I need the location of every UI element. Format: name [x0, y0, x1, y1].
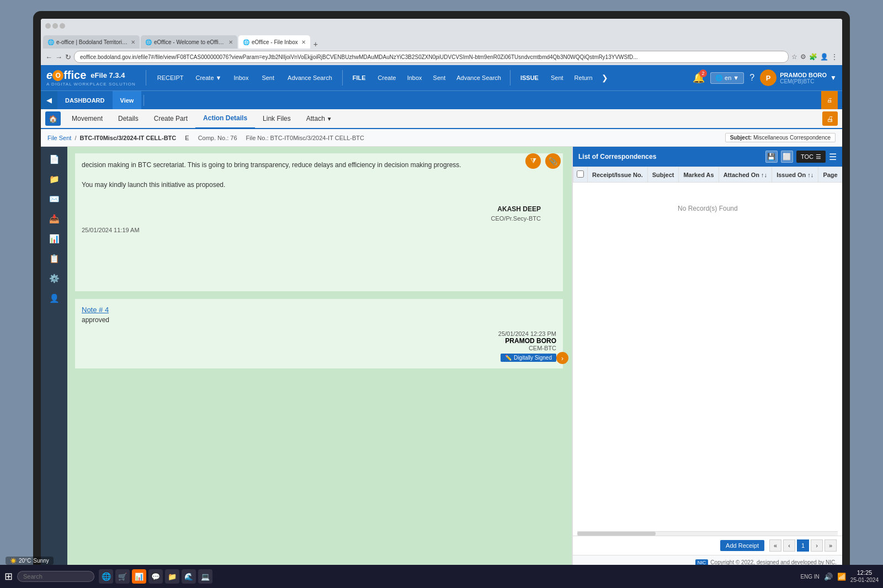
- tab-favicon-3: 🌐: [243, 39, 249, 45]
- forward-button[interactable]: →: [55, 53, 62, 61]
- movement-tab[interactable]: Movement: [64, 109, 110, 129]
- panel-header: List of Correspondences 💾 ⬜ TOC ☰ ☰: [573, 147, 842, 167]
- scroll-track[interactable]: [577, 531, 838, 536]
- action-details-tab[interactable]: Action Details: [195, 109, 255, 129]
- new-tab-button[interactable]: +: [311, 40, 320, 49]
- col-subject: Subject: [647, 167, 679, 183]
- taskbar-app-vscode[interactable]: 💻: [198, 569, 212, 584]
- tab-close-3[interactable]: ✕: [301, 39, 306, 45]
- print-btn-top[interactable]: 🖨: [821, 91, 838, 110]
- current-page-btn[interactable]: 1: [797, 539, 809, 552]
- tab-close-2[interactable]: ✕: [228, 39, 233, 45]
- note3-date: 25/01/2024 11:19 AM: [82, 226, 541, 235]
- refresh-button[interactable]: ↻: [65, 53, 71, 61]
- sent2-btn[interactable]: Sent: [429, 72, 450, 83]
- sidebar-icon-inbox[interactable]: 📥: [44, 210, 65, 228]
- taskbar-app-files[interactable]: 📁: [165, 569, 179, 584]
- sidebar-icon-chart[interactable]: 📊: [44, 229, 65, 248]
- weather-temp: 20°C: [19, 558, 31, 564]
- sent3-btn[interactable]: Sent: [546, 72, 568, 83]
- dashboard-btn[interactable]: DASHBOARD: [57, 91, 113, 110]
- bookmark-icon[interactable]: ☆: [791, 53, 797, 61]
- sidebar-icon-file[interactable]: 📄: [44, 150, 65, 169]
- taskbar-time: 12:25: [850, 569, 879, 576]
- note4-role: CEM-BTC: [498, 345, 556, 351]
- create-dropdown-btn[interactable]: Create ▼: [192, 72, 226, 83]
- profile-icon[interactable]: 👤: [820, 53, 828, 61]
- advance-search-receipt-btn[interactable]: Advance Search: [282, 72, 338, 83]
- sidebar-icon-folder[interactable]: 📁: [44, 170, 65, 189]
- taskbar-apps: 🌐 🛒 📊 💬 📁 🌊 💻: [99, 569, 212, 584]
- address-bar[interactable]: [74, 51, 789, 63]
- browser-tab-1[interactable]: 🌐 e-office | Bodoland Territorial... ✕: [43, 35, 140, 49]
- notification-bell[interactable]: 🔔 2: [693, 72, 705, 84]
- taskbar-search[interactable]: [17, 571, 94, 582]
- breadcrumb-link[interactable]: File Sent: [47, 135, 71, 141]
- print-action-btn[interactable]: 🖨: [822, 111, 838, 126]
- attach-tab[interactable]: Attach ▼: [299, 109, 340, 129]
- nav-arrow-right[interactable]: ❯: [599, 73, 610, 82]
- taskbar-app-store[interactable]: 🛒: [115, 569, 130, 584]
- sent-btn[interactable]: Sent: [256, 72, 280, 83]
- advance-search2-btn[interactable]: Advance Search: [452, 72, 506, 83]
- panel-save-btn[interactable]: 💾: [765, 151, 778, 163]
- create-part-tab[interactable]: Create Part: [146, 109, 195, 129]
- user-profile[interactable]: P PRAMOD BORO CEM(PB)BTC ▼: [760, 70, 837, 86]
- toc-btn[interactable]: TOC ☰: [796, 151, 826, 163]
- browser-tab-2[interactable]: 🌐 eOffice - Welcome to eOffice... ✕: [141, 35, 237, 49]
- note4-section: Note # 4 approved 25/01/2024 12:23 PM PR…: [75, 299, 563, 368]
- bookmark-doc-btn[interactable]: 📎: [545, 153, 561, 169]
- filter-btn[interactable]: ⧩: [525, 153, 541, 169]
- view-btn[interactable]: View: [113, 91, 142, 110]
- sidebar-icon-user[interactable]: 👤: [44, 289, 65, 308]
- tab-close-1[interactable]: ✕: [131, 39, 135, 45]
- next-page-btn[interactable]: ›: [811, 539, 823, 552]
- extensions-icon[interactable]: 🧩: [809, 53, 817, 61]
- last-page-btn[interactable]: »: [825, 539, 837, 552]
- inbox2-btn[interactable]: Inbox: [403, 72, 427, 83]
- browser-tab-3[interactable]: 🌐 eOffice - File Inbox ✕: [238, 35, 310, 49]
- receipt-btn[interactable]: RECEIPT: [152, 72, 189, 83]
- taskbar-app-edge[interactable]: 🌊: [182, 569, 196, 584]
- first-page-btn[interactable]: «: [769, 539, 781, 552]
- nav-toggle-left[interactable]: ◀: [41, 91, 57, 110]
- second-nav: ◀ DASHBOARD View 🖨: [41, 90, 842, 109]
- nav-divider-3: [510, 70, 510, 85]
- sidebar-icon-list[interactable]: 📋: [44, 249, 65, 268]
- top-nav: e O ffice eFile 7.3.4 A DIGITAL WORKPLAC…: [41, 65, 842, 90]
- no-records-cell: No Record(s) Found: [573, 183, 843, 235]
- start-button[interactable]: ⊞: [4, 570, 13, 582]
- prev-page-btn[interactable]: ‹: [783, 539, 795, 552]
- add-receipt-btn[interactable]: Add Receipt: [720, 540, 764, 551]
- details-tab[interactable]: Details: [110, 109, 146, 129]
- link-files-tab[interactable]: Link Files: [255, 109, 299, 129]
- inbox-btn[interactable]: Inbox: [228, 72, 254, 83]
- logo-ffice: ffice: [63, 69, 86, 82]
- issue-btn[interactable]: ISSUE: [515, 72, 544, 83]
- settings-icon[interactable]: ⚙: [800, 53, 806, 61]
- menu-icon[interactable]: ⋮: [831, 53, 838, 61]
- action-tabs-row: 🏠 Movement Details Create Part Action De…: [41, 109, 842, 129]
- sidebar-icon-mail[interactable]: ✉️: [44, 190, 65, 209]
- taskbar-app-browser[interactable]: 🌐: [99, 569, 113, 584]
- sidebar-icon-settings[interactable]: ⚙️: [44, 269, 65, 288]
- note4-title[interactable]: Note # 4: [82, 306, 556, 314]
- home-tab-btn[interactable]: 🏠: [45, 111, 61, 126]
- scroll-thumb: [577, 532, 656, 536]
- taskbar-app-teams[interactable]: 💬: [148, 569, 163, 584]
- back-button[interactable]: ←: [45, 53, 52, 61]
- return-btn[interactable]: Return: [570, 72, 597, 83]
- panel-hamburger-btn[interactable]: ☰: [829, 152, 837, 162]
- doc-toolbar: ⧩ 📎: [525, 153, 561, 169]
- panel-menu-btn[interactable]: ⬜: [781, 151, 793, 163]
- language-btn[interactable]: 🌐 en ▼: [710, 72, 744, 84]
- file-btn[interactable]: FILE: [347, 72, 371, 83]
- doc-scroll-btn[interactable]: ›: [556, 352, 568, 364]
- help-btn[interactable]: ?: [749, 73, 754, 83]
- create2-btn[interactable]: Create: [374, 72, 401, 83]
- taskbar-app-office[interactable]: 📊: [132, 569, 146, 584]
- scroll-indicator-btn[interactable]: ›: [556, 352, 568, 364]
- no-records-row: No Record(s) Found: [573, 183, 843, 235]
- digitally-signed-label: Digitally Signed: [514, 355, 552, 361]
- select-all-checkbox[interactable]: [577, 170, 584, 178]
